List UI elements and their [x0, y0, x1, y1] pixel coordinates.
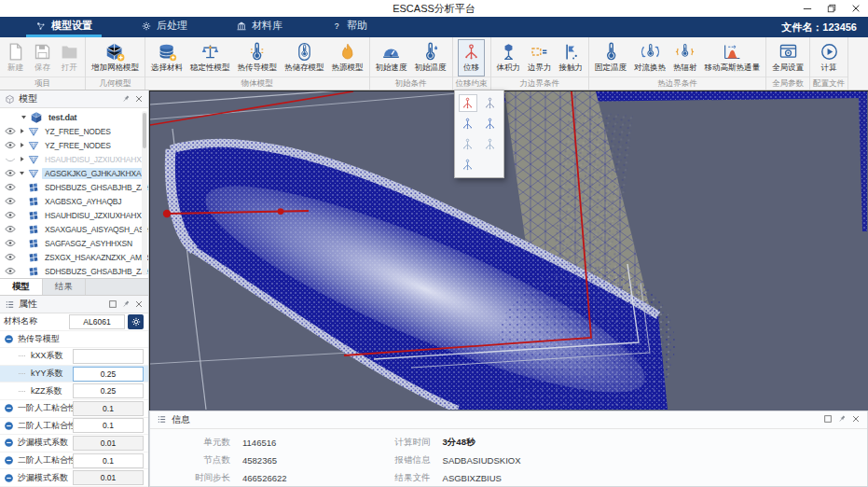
- tab-model[interactable]: 模型: [0, 279, 43, 295]
- caret-down-icon[interactable]: [19, 170, 25, 176]
- property-value-input[interactable]: 0.1: [73, 453, 144, 468]
- tree-item[interactable]: XAGBSXG_AYHAQBJ: [0, 194, 148, 208]
- property-value-input[interactable]: 0.25: [73, 367, 144, 382]
- tripod-icon: [461, 96, 475, 110]
- tree-item[interactable]: SDHSBUZS_GHSABJHB_ZAHU: [0, 264, 148, 278]
- displacement-type-option[interactable]: [459, 115, 477, 132]
- heat-conduction-button[interactable]: 热传导模型: [234, 39, 282, 77]
- maximize-icon[interactable]: [823, 414, 833, 425]
- caret-right-icon[interactable]: [19, 128, 25, 134]
- collapse-minus-icon[interactable]: [4, 438, 14, 448]
- property-value-input[interactable]: 0.25: [73, 383, 144, 398]
- tree-item[interactable]: XSAXGAUS_AISYAQSH_ASHX: [0, 222, 148, 236]
- close-icon[interactable]: [134, 94, 144, 104]
- property-value-input[interactable]: 0.1: [73, 418, 144, 433]
- fixed-temperature-button[interactable]: 固定温度: [591, 39, 630, 77]
- radiation-button[interactable]: 热辐射: [669, 39, 701, 77]
- maximize-icon[interactable]: [108, 299, 117, 309]
- tree-item-label: YZ_FREE_NODES: [42, 126, 114, 137]
- toolbar-button-label: 初始速度: [376, 63, 407, 74]
- open-folder-button[interactable]: 打开: [56, 39, 83, 77]
- moving-gauss-flux-button[interactable]: 移动高斯热通量: [701, 39, 765, 77]
- eye-icon[interactable]: [5, 197, 16, 205]
- contact-force-button[interactable]: 接触力: [556, 39, 587, 77]
- tree-item[interactable]: ZSXGX_HSAKAZNZXK_AMASX: [0, 250, 148, 264]
- property-label: kZZ系数: [31, 385, 62, 397]
- close-icon[interactable]: [851, 414, 861, 425]
- minimize-icon[interactable]: [803, 4, 812, 13]
- global-settings-button[interactable]: 全局设置: [768, 39, 807, 77]
- heat-storage-button[interactable]: 热储存模型: [281, 39, 328, 77]
- eye-icon[interactable]: [5, 253, 16, 261]
- info-field-label: 时间步长: [176, 472, 230, 484]
- initial-temperature-button[interactable]: 初始温度: [411, 39, 450, 77]
- collapse-minus-icon[interactable]: [4, 455, 14, 466]
- displacement-type-option[interactable]: [481, 115, 500, 132]
- tree-item[interactable]: SDHSBUZS_GHSABJHB_ZAHU: [0, 180, 148, 194]
- tab-result[interactable]: 结果: [43, 279, 86, 295]
- property-value-input[interactable]: 0.01: [73, 470, 144, 485]
- pin-icon[interactable]: [121, 299, 131, 309]
- toolbar-button-label: 固定温度: [595, 63, 627, 74]
- initial-velocity-button[interactable]: 初始速度: [372, 39, 411, 77]
- eye-icon[interactable]: [5, 141, 16, 149]
- eye-icon[interactable]: [5, 183, 16, 191]
- menu-item-material-library[interactable]: 材料库: [227, 17, 292, 37]
- pin-icon[interactable]: [121, 94, 131, 104]
- restore-icon[interactable]: [827, 4, 836, 13]
- tree-scrollbar[interactable]: [142, 111, 147, 275]
- viewport-3d[interactable]: [149, 90, 868, 410]
- displacement-type-option[interactable]: [481, 135, 500, 153]
- property-value-input[interactable]: 0.1: [73, 401, 144, 416]
- body-force-button[interactable]: 体积力: [493, 39, 525, 77]
- tree-root-label: test.dat: [46, 112, 79, 123]
- stability-model-button[interactable]: 稳定性模型: [186, 39, 234, 77]
- collapse-minus-icon[interactable]: [4, 421, 14, 431]
- caret-right-icon[interactable]: [19, 142, 25, 148]
- displacement-type-option[interactable]: [459, 94, 477, 112]
- close-icon[interactable]: [851, 4, 861, 13]
- tree-item[interactable]: AGSGKJKG_GJHKAJKHXA: [0, 166, 148, 180]
- menu-item-model-settings[interactable]: 模型设置: [26, 17, 102, 37]
- new-file-button[interactable]: 新建: [2, 39, 29, 77]
- eye-icon[interactable]: [5, 239, 16, 247]
- property-value-input[interactable]: 0.01: [73, 436, 144, 451]
- save-button[interactable]: 保存: [29, 39, 56, 77]
- eye-off-icon[interactable]: [5, 155, 16, 163]
- menu-item-help[interactable]: ?帮助: [322, 17, 377, 37]
- displacement-button[interactable]: 位移: [458, 39, 485, 77]
- tree-item[interactable]: SAGFASGZ_ASYHHXSN: [0, 236, 148, 250]
- menu-item-post-process[interactable]: 后处理: [131, 17, 197, 37]
- caret-down-icon[interactable]: [21, 114, 27, 120]
- tree-item[interactable]: HSAUHDISU_JZXIUXHAHX: [0, 152, 148, 166]
- material-settings-button[interactable]: [128, 314, 144, 329]
- collapse-minus-icon[interactable]: [4, 403, 14, 413]
- eye-icon[interactable]: [5, 169, 16, 177]
- tree-item[interactable]: YZ_FREE_NODES: [0, 124, 148, 138]
- displacement-type-option[interactable]: [459, 135, 477, 153]
- tree-item[interactable]: HSAUHDISU_JZXIUXHAHX: [0, 208, 148, 222]
- compute-button[interactable]: 计算: [816, 39, 843, 77]
- heat-source-button[interactable]: 热源模型: [328, 39, 367, 77]
- collapse-minus-icon[interactable]: [4, 473, 14, 483]
- displacement-type-option[interactable]: [481, 94, 500, 112]
- property-value-input[interactable]: [73, 349, 144, 364]
- caret-right-icon[interactable]: [19, 156, 25, 162]
- boundary-force-button[interactable]: 边界力: [524, 39, 556, 77]
- eye-icon[interactable]: [5, 211, 16, 219]
- close-icon[interactable]: [134, 299, 144, 309]
- tree-root-item[interactable]: test.dat: [0, 110, 148, 124]
- displacement-type-option[interactable]: [459, 156, 477, 174]
- eye-icon[interactable]: [5, 267, 16, 275]
- pin-icon[interactable]: [837, 414, 847, 425]
- convection-button[interactable]: 对流换热: [630, 39, 669, 77]
- add-mesh-model-button[interactable]: 增加网格模型: [88, 39, 143, 77]
- info-field-label: 单元数: [176, 437, 230, 449]
- material-name-input[interactable]: AL6061: [69, 314, 125, 329]
- tree-item[interactable]: YZ_FREE_NODES: [0, 138, 148, 152]
- select-material-button[interactable]: 选择材料: [147, 39, 186, 77]
- collapse-minus-icon[interactable]: [4, 334, 14, 344]
- eye-icon[interactable]: [5, 127, 16, 135]
- fixed-temperature-icon: [601, 42, 621, 62]
- eye-icon[interactable]: [5, 225, 16, 233]
